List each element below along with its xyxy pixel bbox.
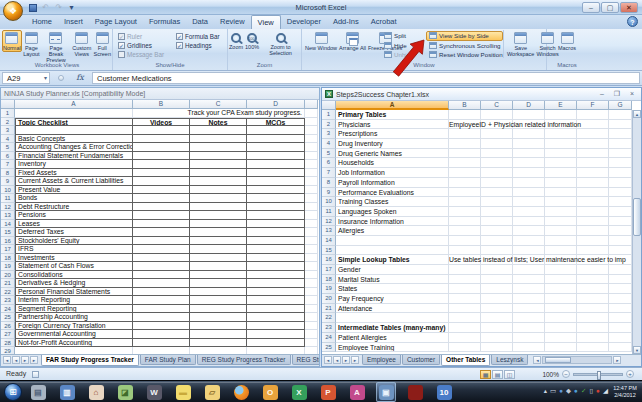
cell[interactable] — [577, 265, 609, 275]
name-box-dropdown-icon[interactable]: ▾ — [44, 73, 47, 84]
cell[interactable] — [305, 194, 318, 203]
cell[interactable] — [513, 313, 545, 323]
cell[interactable] — [577, 333, 609, 343]
cell[interactable] — [133, 322, 190, 331]
cell[interactable] — [247, 203, 305, 212]
zoom-slider-thumb[interactable] — [597, 371, 601, 380]
cell[interactable] — [449, 333, 481, 343]
view-side-by-side-button[interactable]: View Side by Side — [426, 31, 503, 41]
tray-power-icon[interactable]: ▭ — [550, 386, 556, 396]
row-number[interactable]: 21 — [1, 279, 15, 288]
cell[interactable] — [481, 149, 513, 159]
cell[interactable] — [513, 149, 545, 159]
cell[interactable]: Physicians — [336, 120, 449, 130]
child-close-icon[interactable]: × — [626, 88, 638, 100]
cell[interactable]: Households — [336, 158, 449, 168]
cell[interactable] — [609, 158, 632, 168]
name-box[interactable]: A29▾ — [2, 72, 50, 84]
cell[interactable] — [481, 265, 513, 275]
row-number[interactable]: 25 — [322, 343, 336, 353]
cell[interactable]: Interim Reporting — [15, 296, 133, 305]
cell[interactable]: Accounting Changes & Error Correction — [15, 143, 133, 152]
row-number[interactable]: 12 — [1, 203, 15, 212]
cell[interactable] — [481, 178, 513, 188]
cell[interactable] — [133, 177, 190, 186]
cell[interactable] — [609, 217, 632, 227]
cell[interactable] — [545, 139, 577, 149]
tab-last-icon[interactable]: ► — [30, 356, 38, 364]
taskbar-journal-button[interactable]: ▥ — [57, 382, 77, 402]
cell[interactable] — [190, 160, 247, 169]
cell[interactable] — [577, 178, 609, 188]
cell[interactable]: Languages Spoken — [336, 207, 449, 217]
cell[interactable] — [513, 333, 545, 343]
tab-next-icon[interactable]: ► — [342, 356, 350, 364]
macros-button[interactable]: Macros — [557, 30, 577, 52]
cell[interactable] — [609, 139, 632, 149]
row-number[interactable]: 17 — [1, 245, 15, 254]
cell[interactable] — [545, 284, 577, 294]
cell[interactable] — [305, 262, 318, 271]
cell[interactable] — [133, 152, 190, 161]
column-header-b[interactable]: B — [449, 101, 481, 110]
cell[interactable] — [609, 197, 632, 207]
tab-last-icon[interactable]: ► — [351, 356, 359, 364]
cell[interactable] — [190, 186, 247, 195]
row-number[interactable]: 5 — [1, 143, 15, 152]
cell[interactable]: Notes — [190, 118, 247, 127]
cell[interactable]: Financial Statement Fundamentals — [15, 152, 133, 161]
normal-button[interactable]: Normal — [2, 30, 22, 52]
cell[interactable] — [190, 228, 247, 237]
cell[interactable] — [545, 158, 577, 168]
cell[interactable] — [545, 226, 577, 236]
taskbar-outlook-button[interactable]: O — [260, 382, 280, 402]
cell[interactable] — [609, 323, 632, 333]
cell[interactable] — [513, 158, 545, 168]
row-number[interactable]: 23 — [1, 296, 15, 305]
cell[interactable]: Payroll Information — [336, 178, 449, 188]
arrange-all-button[interactable]: Arrange All — [338, 30, 367, 52]
zoom-to-selection-button[interactable]: Zoom to Selection — [260, 30, 301, 57]
cell[interactable] — [247, 228, 305, 237]
cell[interactable] — [305, 296, 318, 305]
cell[interactable] — [133, 305, 190, 314]
cell[interactable] — [577, 197, 609, 207]
cell[interactable] — [513, 178, 545, 188]
row-number[interactable]: 13 — [1, 211, 15, 220]
cell[interactable] — [449, 139, 481, 149]
cell[interactable] — [247, 330, 305, 339]
cell[interactable] — [305, 228, 318, 237]
cell[interactable] — [481, 226, 513, 236]
tray-help-center-icon[interactable]: ● — [559, 386, 563, 396]
cell[interactable] — [133, 296, 190, 305]
cell[interactable] — [449, 323, 481, 333]
vertical-scroll-thumb[interactable] — [633, 198, 641, 236]
vertical-scrollbar[interactable]: ▲ ▼ — [632, 110, 641, 354]
ruler-checkbox[interactable]: ✓Ruler — [118, 32, 164, 41]
zoom-slider-track[interactable] — [573, 373, 623, 376]
cell[interactable] — [247, 186, 305, 195]
cell[interactable] — [190, 152, 247, 161]
normal-view-shortcut-icon[interactable]: ▦ — [480, 370, 491, 379]
ribbon-tab-acrobat[interactable]: Acrobat — [365, 15, 403, 29]
gridlines-checkbox[interactable]: ✓Gridlines — [118, 41, 164, 50]
cell[interactable] — [481, 197, 513, 207]
cell[interactable] — [577, 129, 609, 139]
cell[interactable] — [305, 322, 318, 331]
cell[interactable] — [133, 262, 190, 271]
cell[interactable] — [305, 118, 318, 127]
cell[interactable] — [305, 152, 318, 161]
cell[interactable] — [481, 110, 513, 120]
cell[interactable] — [481, 275, 513, 285]
row-number[interactable]: 21 — [322, 304, 336, 314]
cell[interactable] — [133, 339, 190, 348]
cell[interactable]: Primary Tables — [336, 110, 449, 120]
column-header-b[interactable]: B — [133, 100, 190, 109]
page-layout-view-shortcut-icon[interactable]: ▤ — [492, 370, 503, 379]
column-header-d[interactable]: D — [513, 101, 545, 110]
cell[interactable] — [577, 294, 609, 304]
column-header-f[interactable]: F — [577, 101, 609, 110]
cell[interactable] — [513, 168, 545, 178]
cell[interactable] — [609, 304, 632, 314]
cell[interactable] — [577, 246, 609, 256]
